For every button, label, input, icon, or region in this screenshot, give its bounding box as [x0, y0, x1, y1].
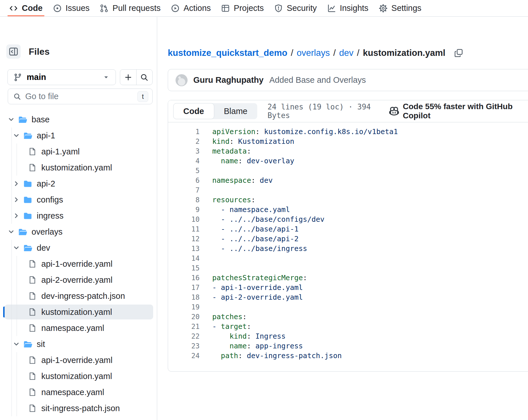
code-line: 13 - ../../base/ingress — [168, 244, 528, 254]
line-number[interactable]: 20 — [168, 312, 200, 322]
line-number[interactable]: 13 — [168, 244, 200, 254]
avatar — [176, 74, 188, 86]
tree-item-base[interactable]: base — [0, 111, 154, 127]
code-line-text: namespace: dev — [200, 176, 273, 185]
tree-item-api-1.yaml[interactable]: api-1.yaml — [0, 144, 154, 160]
code-line-text: kind: Ingress — [200, 331, 286, 341]
breadcrumb-link[interactable]: dev — [339, 48, 354, 58]
breadcrumb-link[interactable]: kustomize_quickstart_demo — [168, 48, 287, 58]
code-line-text: - ../../base/ingress — [200, 244, 307, 254]
copilot-banner[interactable]: Code 55% faster with GitHub Copilot — [389, 102, 528, 120]
latest-commit-bar[interactable]: Guru Raghupathy Added Base and Overlays — [168, 69, 528, 91]
line-number[interactable]: 12 — [168, 234, 200, 244]
line-number[interactable]: 21 — [168, 322, 200, 331]
breadcrumb-link[interactable]: overlays — [297, 48, 330, 58]
tree-item-label: dev — [37, 243, 50, 253]
tree-item-label: sit — [37, 339, 45, 349]
commit-author[interactable]: Guru Raghupathy — [193, 75, 264, 85]
line-number[interactable]: 1 — [168, 127, 200, 137]
folder-open-icon — [23, 339, 32, 349]
tree-item-kustomization.yaml[interactable]: kustomization.yaml — [0, 160, 154, 176]
branch-icon — [13, 73, 22, 82]
file-icon — [28, 324, 37, 332]
tab-code[interactable]: Code — [173, 103, 214, 119]
tree-item-overlays[interactable]: overlays — [0, 224, 154, 240]
chevron-down-icon — [13, 244, 23, 251]
search-tree-button[interactable] — [137, 70, 153, 85]
tree-item-sit[interactable]: sit — [0, 336, 154, 352]
line-number[interactable]: 24 — [168, 351, 200, 361]
tree-item-label: api-2 — [37, 179, 55, 189]
tree-item-namespace.yaml[interactable]: namespace.yaml — [0, 384, 154, 400]
plus-icon — [124, 73, 133, 82]
tree-item-api-2[interactable]: api-2 — [0, 176, 154, 192]
nav-tab-code[interactable]: Code — [4, 0, 48, 16]
commit-message[interactable]: Added Base and Overlays — [269, 75, 366, 85]
tree-item-sit-ingress-patch.json[interactable]: sit-ingress-patch.json — [0, 400, 154, 416]
new-file-button[interactable] — [120, 70, 137, 85]
code-line: 22 kind: Ingress — [168, 331, 528, 341]
files-title: Files — [29, 46, 50, 57]
file-icon — [28, 276, 37, 284]
line-number[interactable]: 8 — [168, 195, 200, 205]
line-number[interactable]: 22 — [168, 331, 200, 341]
nav-tab-pull-requests[interactable]: Pull requests — [95, 0, 166, 16]
tree-item-kustomization.yaml[interactable]: kustomization.yaml — [0, 368, 154, 384]
tree-item-dev[interactable]: dev — [0, 240, 154, 256]
tree-item-api-1-override.yaml[interactable]: api-1-override.yaml — [0, 352, 154, 368]
line-number[interactable]: 3 — [168, 146, 200, 156]
file-icon — [28, 292, 37, 300]
file-icon — [28, 388, 37, 397]
line-number[interactable]: 5 — [168, 166, 200, 176]
tab-blame[interactable]: Blame — [214, 103, 257, 119]
line-number[interactable]: 15 — [168, 263, 200, 273]
line-number[interactable]: 4 — [168, 156, 200, 166]
line-number[interactable]: 16 — [168, 273, 200, 283]
tree-item-namespace.yaml[interactable]: namespace.yaml — [0, 320, 154, 336]
line-number[interactable]: 14 — [168, 254, 200, 263]
line-number[interactable]: 6 — [168, 176, 200, 185]
tree-item-label: api-2-override.yaml — [41, 275, 112, 285]
line-number[interactable]: 9 — [168, 205, 200, 215]
breadcrumb-current-file: kustomization.yaml — [363, 48, 445, 58]
tree-item-dev-ingress-patch.json[interactable]: dev-ingress-patch.json — [0, 288, 154, 304]
nav-tab-projects[interactable]: Projects — [216, 0, 269, 16]
code-line: 2kind: Kustomization — [168, 137, 528, 146]
line-number[interactable]: 7 — [168, 185, 200, 195]
line-number[interactable]: 11 — [168, 224, 200, 234]
nav-tab-insights[interactable]: Insights — [322, 0, 374, 16]
tree-item-api-1-override.yaml[interactable]: api-1-override.yaml — [0, 256, 154, 272]
collapse-sidebar-button[interactable] — [6, 44, 21, 59]
copy-path-button[interactable] — [453, 47, 464, 59]
code-line-text — [200, 166, 212, 176]
chevron-down-icon — [13, 132, 23, 139]
tree-item-label: kustomization.yaml — [41, 307, 112, 317]
search-icon — [13, 93, 21, 101]
go-to-file-input[interactable] — [25, 92, 133, 101]
code-line-text — [200, 254, 212, 263]
line-number[interactable]: 2 — [168, 137, 200, 146]
line-number[interactable]: 18 — [168, 293, 200, 302]
tree-item-configs[interactable]: configs — [0, 192, 154, 208]
line-number[interactable]: 10 — [168, 215, 200, 224]
tree-item-api-1[interactable]: api-1 — [0, 127, 154, 144]
code-line: 10 - ../../base/configs/dev — [168, 215, 528, 224]
tree-item-kustomization.yaml[interactable]: kustomization.yaml — [0, 304, 154, 320]
file-viewer: CodeBlame 24 lines (19 loc) · 394 Bytes … — [168, 100, 528, 372]
go-to-file-box: t — [8, 89, 153, 104]
code-line-text: - target: — [200, 322, 251, 331]
nav-tab-settings[interactable]: Settings — [374, 0, 427, 16]
search-icon — [140, 73, 149, 82]
line-number[interactable]: 23 — [168, 341, 200, 351]
line-number[interactable]: 17 — [168, 283, 200, 293]
tree-item-label: namespace.yaml — [41, 388, 104, 397]
tree-item-README.md[interactable]: README.md — [0, 416, 154, 420]
branch-selector[interactable]: main — [7, 69, 116, 85]
nav-tab-issues[interactable]: Issues — [48, 0, 95, 16]
line-number[interactable]: 19 — [168, 302, 200, 312]
tree-item-api-2-override.yaml[interactable]: api-2-override.yaml — [0, 272, 154, 288]
nav-tab-actions[interactable]: Actions — [166, 0, 216, 16]
tree-item-ingress[interactable]: ingress — [0, 208, 154, 224]
tree-item-label: kustomization.yaml — [41, 372, 112, 381]
nav-tab-security[interactable]: Security — [269, 0, 322, 16]
